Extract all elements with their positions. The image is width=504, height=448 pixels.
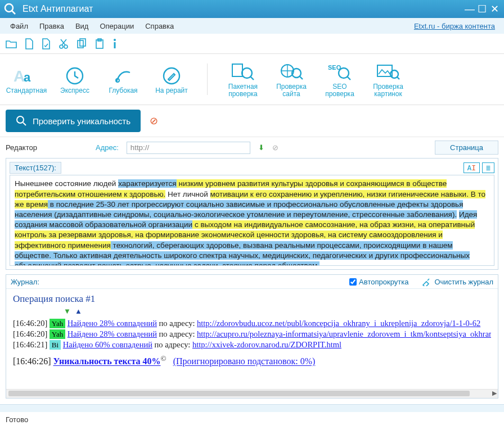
mode-batch[interactable]: Пакетная проверка: [219, 58, 267, 100]
log-label: Журнал:: [11, 278, 39, 286]
svg-line-20: [300, 76, 303, 79]
mode-express[interactable]: Экспресс: [51, 62, 99, 97]
svg-point-27: [17, 116, 24, 123]
etxt-link[interactable]: Etxt.ru - биржа контента: [410, 20, 500, 33]
mode-rewrite[interactable]: На рерайт: [147, 62, 196, 97]
log-body[interactable]: Операция поиска #1 ▼ ▲ [16:46:20] Yah На…: [6, 289, 498, 389]
check-uniqueness-button[interactable]: Проверить уникальность: [6, 110, 141, 132]
check-bar: Проверить уникальность ⊘: [0, 105, 504, 137]
info-icon[interactable]: [112, 38, 117, 49]
operation-title: Операция поиска #1: [13, 293, 491, 305]
paste-icon[interactable]: [94, 38, 105, 49]
mode-site-label: Проверка сайта: [276, 83, 307, 98]
editor-tab-label: Редактор: [6, 143, 37, 152]
bottom-strip: [0, 404, 504, 412]
open-folder-icon[interactable]: [6, 39, 17, 49]
download-icon[interactable]: ⬇: [258, 143, 264, 152]
broom-icon: [422, 277, 431, 286]
mode-standard[interactable]: Aa Стандартная: [2, 62, 51, 97]
sort-arrows[interactable]: ▼ ▲: [64, 307, 491, 315]
svg-line-23: [347, 76, 350, 80]
text-counter: Текст(1527):: [10, 162, 61, 174]
status-bar: Готово: [0, 412, 504, 427]
autoscroll-checkbox[interactable]: Автопрокрутка: [349, 278, 408, 286]
url-link[interactable]: http://zdorovbudu.ucoz.net/publ/koncepci…: [197, 319, 480, 328]
block-icon[interactable]: ⊘: [272, 143, 278, 152]
stop-icon[interactable]: ⊘: [150, 115, 158, 127]
mode-seo-label: SEO проверка: [325, 83, 354, 98]
url-link[interactable]: http://acupro.ru/poleznaya-informatsiya/…: [197, 329, 491, 338]
svg-point-2: [60, 45, 63, 48]
page-tab[interactable]: Страница: [435, 141, 498, 155]
app-title: Etxt Антиплагиат: [22, 4, 464, 14]
menu-file[interactable]: Файл: [4, 20, 34, 33]
text-editor[interactable]: Нынешнее состояние людей характеризуется…: [10, 175, 494, 266]
found-link[interactable]: Найдено 28% совпадений: [68, 319, 157, 328]
log-panel: Журнал: Автопрокрутка Очистить журнал Оп…: [6, 274, 498, 399]
menu-help[interactable]: Справка: [140, 20, 179, 33]
uniqueness-summary: [16:46:26] Уникальность текста 40%© (Про…: [13, 354, 491, 366]
horizontal-scrollbar[interactable]: ▶: [6, 389, 498, 398]
svg-point-0: [5, 4, 13, 12]
mode-seo[interactable]: SEO SEO проверка: [316, 58, 364, 100]
address-row: Редактор Адрес: ⬇ ⊘ Страница: [6, 141, 498, 155]
mode-deep[interactable]: Глубокая: [99, 62, 147, 97]
log-row: [16:46:20] Yah Найдено 28% совпадений по…: [13, 329, 491, 339]
font-format-button[interactable]: AI: [464, 162, 480, 173]
uniqueness-value: Уникальность текста 40%: [53, 357, 161, 366]
batch-icon: [231, 61, 255, 83]
mode-express-label: Экспресс: [60, 87, 89, 94]
menu-operations[interactable]: Операции: [94, 20, 140, 33]
globe-search-icon: [280, 61, 303, 83]
close-button[interactable]: ✕: [488, 3, 501, 15]
svg-line-26: [397, 77, 399, 79]
separator: [207, 64, 208, 95]
search-icon: [16, 115, 27, 126]
address-input[interactable]: [127, 142, 250, 154]
font-icon: Aa: [14, 65, 39, 87]
svg-rect-4: [78, 40, 83, 48]
mode-site[interactable]: Проверка сайта: [267, 58, 316, 100]
clock-icon: [65, 65, 85, 87]
svg-point-8: [114, 39, 116, 41]
copy-icon[interactable]: [76, 38, 87, 49]
cut-icon[interactable]: [58, 38, 69, 49]
url-link[interactable]: http://xxivek-zdorov.narod.ru/ZDORPIT.ht…: [192, 340, 341, 349]
clear-log-button[interactable]: Очистить журнал: [422, 277, 493, 286]
mode-images-label: Проверка картинок: [373, 83, 403, 98]
app-logo-icon: [3, 2, 17, 16]
maximize-button[interactable]: ☐: [476, 3, 488, 15]
found-link[interactable]: Найдено 28% совпадений: [68, 329, 157, 338]
images-icon: [376, 61, 400, 83]
pencil-circle-icon: [161, 65, 182, 87]
deep-icon: [113, 65, 133, 87]
log-row: [16:46:21] Bi Найдено 60% совпадений по …: [13, 340, 491, 350]
new-file-icon[interactable]: [25, 38, 34, 49]
ignored-link[interactable]: (Проигнорировано подстановок: 0%): [173, 357, 316, 366]
titlebar: Etxt Антиплагиат — ☐ ✕: [0, 0, 504, 18]
svg-rect-5: [80, 39, 86, 46]
save-file-icon[interactable]: [42, 38, 51, 49]
svg-rect-9: [114, 42, 116, 48]
log-row: [16:46:20] Yah Найдено 28% совпадений по…: [13, 319, 491, 328]
mode-standard-label: Стандартная: [6, 87, 47, 94]
address-label: Адрес:: [96, 143, 119, 152]
menu-edit[interactable]: Правка: [34, 20, 70, 33]
svg-rect-15: [232, 64, 242, 76]
menu-view[interactable]: Вид: [70, 20, 94, 33]
found-link[interactable]: Найдено 60% совпадений: [63, 340, 152, 349]
mode-deep-label: Глубокая: [109, 87, 137, 94]
svg-point-3: [64, 45, 68, 48]
svg-text:a: a: [24, 70, 31, 84]
seo-icon: SEO: [328, 61, 352, 83]
menubar: Файл Правка Вид Операции Справка Etxt.ru…: [0, 18, 504, 34]
mode-rewrite-label: На рерайт: [155, 87, 188, 94]
mode-batch-label: Пакетная проверка: [228, 83, 258, 98]
list-format-button[interactable]: ≣: [482, 162, 494, 173]
svg-line-28: [23, 123, 26, 125]
minimize-button[interactable]: —: [464, 3, 476, 15]
mode-images[interactable]: Проверка картинок: [364, 58, 412, 100]
check-button-label: Проверить уникальность: [33, 116, 130, 126]
svg-line-1: [12, 11, 15, 14]
editor-panel: Текст(1527): AI ≣ Нынешнее состояние люд…: [6, 158, 498, 270]
